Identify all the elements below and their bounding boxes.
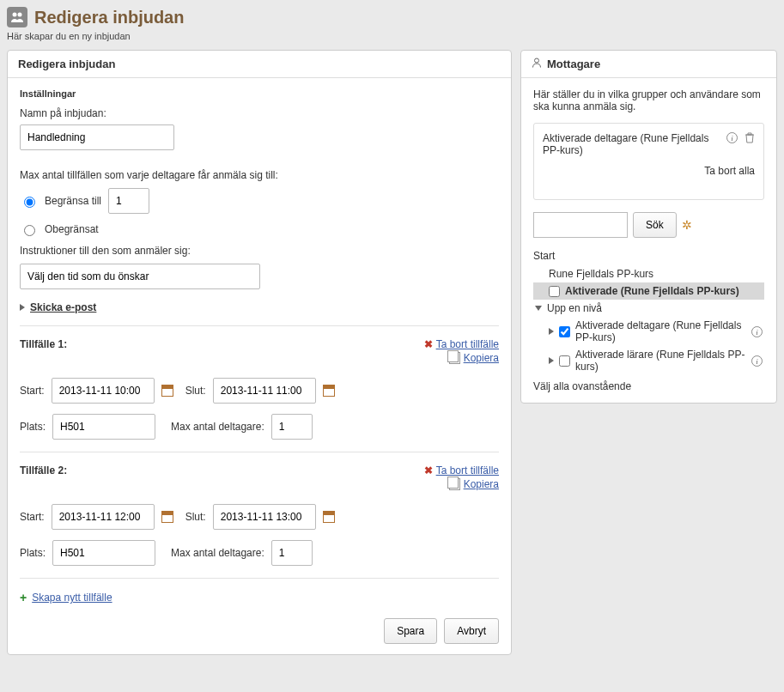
location-input[interactable]: [52, 540, 155, 566]
invitation-name-input[interactable]: [20, 124, 174, 150]
tree-participants-checkbox[interactable]: [559, 326, 570, 337]
create-occasion-link[interactable]: Skapa nytt tillfälle: [32, 592, 112, 604]
info-icon[interactable]: i: [726, 132, 738, 143]
unlimited-radio-label: Obegränsat: [45, 223, 99, 235]
end-input[interactable]: [213, 378, 316, 404]
group-icon: [7, 7, 27, 27]
chevron-right-icon: [20, 304, 25, 311]
gear-icon[interactable]: ✲: [682, 218, 692, 232]
page-title: Redigera inbjudan: [34, 8, 184, 27]
occasion-title: Tillfälle 2:: [20, 464, 67, 477]
page-subtitle: Här skapar du en ny inbjudan: [7, 31, 777, 41]
svg-point-1: [18, 13, 22, 17]
delete-icon: ✖: [424, 464, 433, 477]
max-participants-input[interactable]: [271, 414, 313, 440]
end-label: Slut:: [185, 385, 206, 397]
recipients-description: Här ställer du in vilka grupper och anvä…: [533, 88, 764, 112]
occasion-block: Tillfälle 2: ✖ Ta bort tillfälle Kopiera: [20, 464, 499, 566]
start-input[interactable]: [52, 504, 155, 530]
occasion-title: Tillfälle 1:: [20, 338, 67, 350]
save-button[interactable]: Spara: [384, 618, 437, 644]
tree-active-label: Aktiverade (Rune Fjelldals PP-kurs): [565, 285, 763, 297]
selected-recipient: Aktiverade deltagare (Rune Fjelldals PP-…: [543, 132, 720, 156]
trash-icon[interactable]: [744, 132, 755, 146]
copy-icon: [449, 352, 460, 364]
calendar-icon[interactable]: [161, 385, 173, 397]
max-participants-label: Max antal deltagare:: [171, 421, 264, 433]
recipient-search-input[interactable]: [533, 212, 628, 238]
limit-radio[interactable]: [24, 197, 35, 208]
delete-icon: ✖: [424, 338, 433, 350]
tree-teachers-label: Aktiverade lärare (Rune Fjelldals PP-kur…: [575, 349, 746, 373]
tree-root-label: Start: [533, 250, 764, 262]
max-occasions-label: Max antal tillfällen som varje deltagare…: [20, 169, 499, 181]
chevron-down-icon: [535, 306, 542, 311]
start-input[interactable]: [52, 378, 155, 404]
remove-occasion-link[interactable]: Ta bort tillfälle: [436, 338, 499, 350]
svg-point-0: [13, 13, 17, 17]
calendar-icon[interactable]: [323, 385, 335, 397]
copy-occasion-link[interactable]: Kopiera: [464, 478, 499, 490]
chevron-right-icon: [549, 357, 554, 364]
right-panel-title: Mottagare: [547, 58, 600, 70]
location-input[interactable]: [52, 414, 155, 440]
unlimited-radio[interactable]: [24, 225, 35, 236]
name-label: Namn på inbjudan:: [20, 107, 499, 119]
tree-up-link[interactable]: Upp en nivå: [533, 300, 764, 317]
selected-recipients-box: Aktiverade deltagare (Rune Fjelldals PP-…: [533, 123, 764, 200]
location-label: Plats:: [20, 421, 46, 433]
end-label: Slut:: [185, 511, 206, 523]
start-label: Start:: [20, 385, 45, 397]
email-disclosure[interactable]: Skicka e-post: [20, 301, 499, 313]
plus-icon: +: [20, 591, 27, 604]
copy-icon: [449, 478, 460, 490]
location-label: Plats:: [20, 547, 46, 559]
select-all-link[interactable]: Välj alla ovanstående: [533, 380, 764, 392]
tree-active-checkbox[interactable]: [549, 286, 560, 297]
person-icon: [532, 58, 542, 70]
tree-teachers-item[interactable]: Aktiverade lärare (Rune Fjelldals PP-kur…: [533, 346, 764, 375]
left-panel-title: Redigera inbjudan: [8, 51, 511, 78]
edit-invitation-panel: Redigera inbjudan Inställningar Namn på …: [7, 50, 512, 655]
limit-radio-label: Begränsa till: [45, 195, 101, 207]
svg-point-2: [535, 58, 539, 63]
tree-course-item[interactable]: Rune Fjelldals PP-kurs: [533, 265, 764, 282]
limit-value-input[interactable]: [108, 188, 149, 214]
tree-up-label: Upp en nivå: [547, 302, 602, 314]
tree-teachers-checkbox[interactable]: [559, 355, 570, 367]
instructions-input[interactable]: [20, 264, 260, 289]
chevron-right-icon: [549, 328, 554, 335]
occasion-block: Tillfälle 1: ✖ Ta bort tillfälle Kopiera: [20, 338, 499, 440]
cancel-button[interactable]: Avbryt: [444, 618, 499, 644]
settings-heading: Inställningar: [20, 88, 499, 99]
tree-participants-item[interactable]: Aktiverade deltagare (Rune Fjelldals PP-…: [533, 317, 764, 346]
tree-participants-label: Aktiverade deltagare (Rune Fjelldals PP-…: [575, 319, 746, 343]
remove-all-link[interactable]: Ta bort alla: [543, 165, 755, 177]
max-participants-input[interactable]: [271, 540, 313, 566]
remove-occasion-link[interactable]: Ta bort tillfälle: [436, 464, 499, 477]
info-icon[interactable]: i: [751, 326, 763, 337]
recipients-panel: Mottagare Här ställer du in vilka gruppe…: [520, 50, 777, 404]
tree-active-item[interactable]: Aktiverade (Rune Fjelldals PP-kurs): [533, 282, 764, 300]
start-label: Start:: [20, 511, 45, 523]
search-button[interactable]: Sök: [633, 212, 677, 238]
instructions-label: Instruktioner till den som anmäler sig:: [20, 245, 499, 257]
calendar-icon[interactable]: [323, 511, 335, 523]
end-input[interactable]: [213, 504, 316, 530]
calendar-icon[interactable]: [161, 511, 173, 523]
email-disclosure-label: Skicka e-post: [30, 301, 96, 313]
max-participants-label: Max antal deltagare:: [171, 547, 264, 559]
copy-occasion-link[interactable]: Kopiera: [464, 352, 499, 364]
info-icon[interactable]: i: [751, 355, 763, 367]
